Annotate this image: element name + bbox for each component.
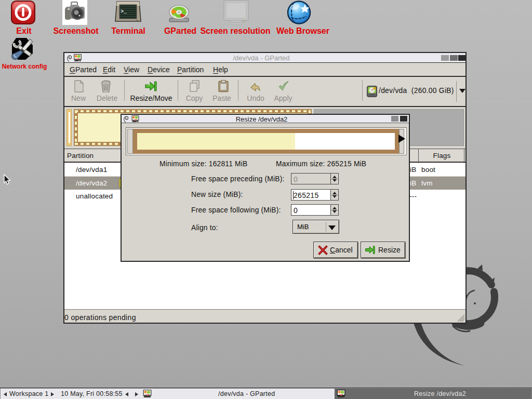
svg-text:>_: >_ [121, 9, 127, 15]
